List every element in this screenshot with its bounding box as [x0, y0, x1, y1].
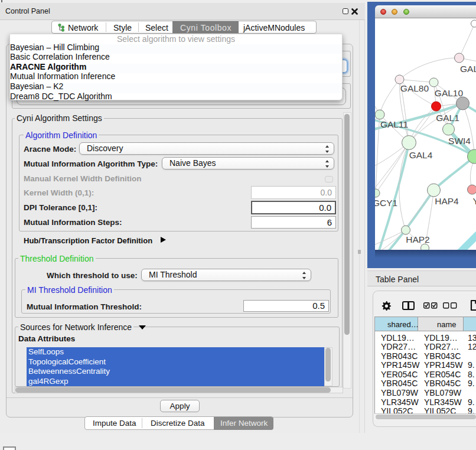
svg-text:GAL4: GAL4	[409, 150, 433, 160]
svg-text:GAL2: GAL2	[460, 64, 476, 74]
svg-text:HAP2: HAP2	[406, 234, 430, 244]
svg-text:SWI4: SWI4	[448, 136, 471, 146]
svg-text:GAL1: GAL1	[436, 113, 459, 123]
svg-text:GAL11: GAL11	[380, 119, 408, 129]
svg-text:Y: Y	[473, 196, 476, 206]
svg-text:GAL10: GAL10	[435, 88, 464, 98]
svg-text:GCY1: GCY1	[375, 198, 397, 208]
svg-text:GAL80: GAL80	[400, 83, 429, 93]
svg-text:HAP4: HAP4	[435, 196, 459, 206]
